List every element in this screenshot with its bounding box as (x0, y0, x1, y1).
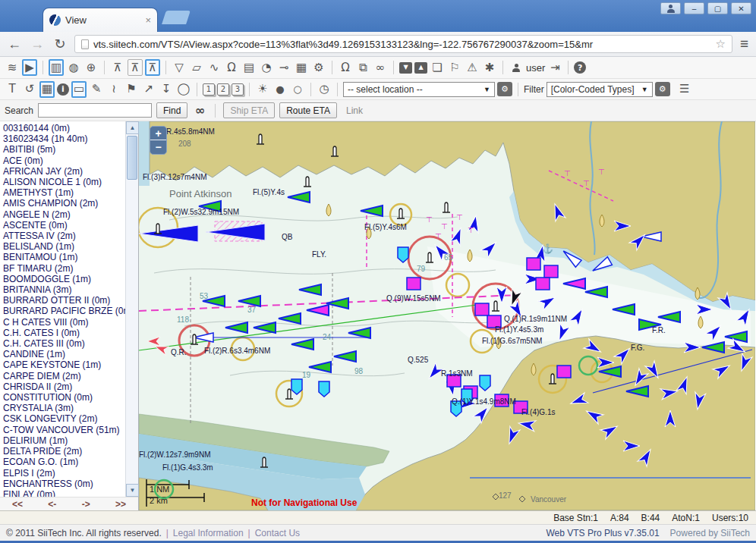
filter-funnel-icon[interactable]: ▽ (172, 59, 187, 76)
pager-button-2[interactable]: -> (82, 499, 90, 510)
fuel-icon[interactable]: ▦ (294, 59, 309, 76)
track-line-icon[interactable]: ∿ (206, 59, 222, 76)
layers-icon[interactable]: ≋ (5, 59, 20, 76)
chart-line-icon[interactable]: ↗ (141, 81, 156, 98)
sidebar-scrollbar[interactable]: ▲ ▼ (125, 121, 138, 497)
vessel-list-item[interactable]: AMIS CHAMPION (2m) (3, 198, 126, 209)
scroll-up-icon[interactable]: ▲ (126, 121, 139, 134)
report-icon[interactable]: ▤ (241, 59, 257, 76)
vessel-list-item[interactable]: DELTA PRIDE (2m) (3, 446, 126, 457)
road-map-icon[interactable]: ▥ (49, 59, 64, 76)
lamp-bright-icon[interactable]: ☀ (255, 81, 270, 98)
vessel-list-item[interactable]: 003160144 (0m) (3, 123, 126, 133)
engine-icon[interactable]: ⚙ (311, 59, 326, 76)
ship-eta-button[interactable]: Ship ETA (223, 102, 275, 118)
vessel-list-item[interactable]: BOOMDOGGLE (1m) (3, 274, 126, 284)
link-route-icon[interactable]: ⊸ (276, 59, 291, 76)
vessel-magenta-ship[interactable] (536, 278, 550, 290)
table-icon[interactable]: ▦ (39, 81, 55, 98)
satellite-icon[interactable]: ✱ (482, 59, 497, 76)
signpost-icon[interactable]: ⚑ (124, 81, 139, 98)
voicemail-icon[interactable]: ∞ (373, 59, 388, 76)
vessel-list-item[interactable]: BENITAMOU (1m) (3, 252, 126, 262)
lamp-on-icon[interactable]: ● (272, 81, 288, 98)
filter-gear-button[interactable]: ⚙ (655, 82, 670, 96)
undo-icon[interactable]: ↺ (22, 81, 37, 98)
alert-bell-icon[interactable]: Ω (338, 59, 353, 76)
tab-close-icon[interactable]: × (145, 14, 151, 26)
vessel-list-item[interactable]: AFRICAN JAY (2m) (3, 166, 126, 177)
nautical-chart[interactable]: R.4s5.8m4NM208Fl.(3)R.12s7m4NMPoint Atki… (139, 121, 755, 510)
view-1-icon[interactable]: 1 (203, 83, 215, 96)
list-menu-icon[interactable]: ☰ (677, 81, 692, 98)
vessel-list-item[interactable]: CANDINE (1m) (3, 349, 126, 359)
vessel-list-item[interactable]: ATTESSA IV (2m) (3, 231, 126, 241)
circle-zone-icon[interactable]: ◯ (176, 81, 191, 98)
lamp-off-icon[interactable]: ○ (290, 81, 305, 98)
bookmark-star-icon[interactable]: ☆ (715, 37, 725, 51)
text-icon[interactable]: T (5, 81, 20, 98)
pin-icon[interactable]: ↧ (159, 81, 174, 98)
import-icon[interactable]: ▼ (399, 62, 412, 74)
vessel-list-item[interactable]: CARPE DIEM (2m) (3, 371, 126, 381)
pager-button-1[interactable]: <- (48, 499, 56, 510)
legal-link[interactable]: Legal Information (173, 528, 244, 538)
vessel-list-item[interactable]: DELIRIUM (1m) (3, 435, 126, 446)
warning-icon[interactable]: ⚠ (465, 59, 480, 76)
view-2-icon[interactable]: 2 (217, 83, 229, 96)
gauge-icon[interactable]: ◷ (317, 81, 332, 98)
vessel-list-item[interactable]: BURRARD OTTER II (0m) (3, 295, 126, 306)
vessel-list-item[interactable]: ECOAN G.O. (1m) (3, 457, 126, 467)
zoom-in-button[interactable]: + (150, 127, 166, 140)
temperature-icon[interactable]: ≀ (106, 81, 121, 98)
vessel-list-item[interactable]: CHRISDA II (2m) (3, 381, 126, 392)
callout-icon[interactable]: ▭ (71, 81, 87, 98)
vessel-list-item[interactable]: C H CATES VIII (0m) (3, 317, 126, 328)
target-display-icon[interactable]: ⊼ (110, 59, 125, 76)
find-button[interactable]: Find (156, 102, 187, 118)
export-icon[interactable]: ▲ (414, 62, 427, 74)
vessel-magenta-ship[interactable] (475, 303, 489, 315)
vessel-list-item[interactable]: CRYSTALIA (3m) (3, 403, 126, 413)
history-clock-icon[interactable]: ◔ (259, 59, 274, 76)
measure-icon[interactable]: ✎ (89, 81, 104, 98)
help-icon[interactable]: ? (574, 61, 586, 74)
vessel-list-item[interactable]: BF TIMARU (2m) (3, 263, 126, 274)
vessel-list-item[interactable]: ASCENTE (0m) (3, 220, 126, 231)
binoculars-icon[interactable]: ∞ (192, 102, 207, 119)
vessel-list-item[interactable]: BELISLAND (1m) (3, 241, 126, 252)
scroll-down-icon[interactable]: ▼ (126, 484, 139, 497)
pager-button-3[interactable]: >> (115, 499, 126, 510)
vessel-list-item[interactable]: ANGELE N (2m) (3, 209, 126, 220)
vessel-list-item[interactable]: ACE (0m) (3, 155, 126, 166)
vessel-list-item[interactable]: 316023434 (1h 40m) (3, 133, 126, 144)
vessel-magenta-ship[interactable] (527, 258, 540, 270)
vessel-list-item[interactable]: BRITANNIA (3m) (3, 284, 126, 295)
browser-tab[interactable]: View × (43, 8, 158, 32)
location-select[interactable]: -- select location -- ▼ (343, 82, 495, 97)
url-text[interactable]: vts.siitech.com/VTS/AView.aspx?code=113%… (93, 39, 710, 50)
vessel-magenta-ship[interactable] (557, 366, 571, 378)
view-3-icon[interactable]: 3 (232, 83, 244, 96)
back-button[interactable]: ← (6, 36, 23, 52)
filter-select[interactable]: [Color-Coded Types] ▼ (547, 82, 653, 97)
pager-button-0[interactable]: << (12, 499, 23, 510)
logout-icon[interactable]: ⇥ (547, 59, 562, 76)
scrollbar-thumb[interactable] (127, 136, 137, 180)
vessel-list[interactable]: 003160144 (0m)316023434 (1h 40m)ABITIBI … (0, 121, 126, 497)
vessel-list-item[interactable]: ELPIS I (2m) (3, 468, 126, 479)
vessel-list-item[interactable]: AMETHYST (1m) (3, 187, 126, 198)
link-label[interactable]: Link (346, 105, 363, 116)
vessel-list-item[interactable]: C.H. CATES III (0m) (3, 338, 126, 349)
vessel-list-item[interactable]: C-TOW VANCOUVER (51m) (3, 425, 126, 435)
address-bar[interactable]: vts.siitech.com/VTS/AView.aspx?code=113%… (74, 35, 732, 53)
user-icon[interactable] (509, 59, 524, 76)
pages-icon[interactable]: ⧉ (355, 59, 370, 76)
alarm-bell-icon[interactable]: Ω (224, 59, 239, 76)
message-icon[interactable]: ❏ (430, 59, 445, 76)
zone-icon[interactable]: ▱ (189, 59, 204, 76)
route-eta-button[interactable]: Route ETA (279, 102, 337, 118)
vessel-magenta-ship[interactable] (544, 265, 558, 278)
info-icon[interactable]: i (57, 83, 69, 96)
reload-button[interactable]: ↻ (52, 36, 68, 52)
